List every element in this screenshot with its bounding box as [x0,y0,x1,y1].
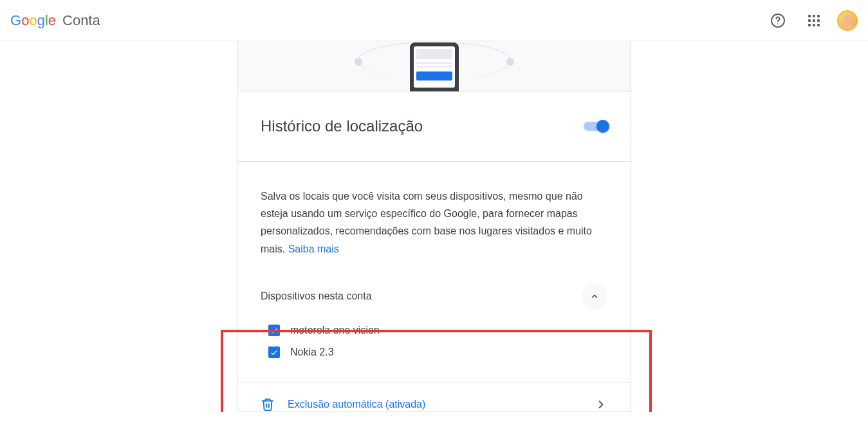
chevron-right-icon [595,398,607,411]
help-icon[interactable] [765,8,791,33]
auto-delete-icon [261,397,275,412]
auto-delete-left: Exclusão automática (ativada) [261,397,425,412]
header-right [765,8,858,33]
header-bar: G o o g l e Conta [0,0,868,41]
device-label: motorola one vision [290,325,380,336]
avatar[interactable] [837,10,858,31]
device-checkbox[interactable] [268,346,280,358]
header-left: G o o g l e Conta [10,12,100,29]
auto-delete-label: Exclusão automática (ativada) [288,399,425,410]
phone-icon [410,43,459,91]
learn-more-link[interactable]: Saiba mais [288,243,339,254]
logo-letter: G [10,12,21,29]
apps-icon[interactable] [801,8,827,33]
devices-section: Dispositivos nesta conta motorola one vi… [237,273,631,383]
google-logo[interactable]: G o o g l e [10,12,56,29]
device-checkbox[interactable] [268,325,280,336]
devices-header-row: Dispositivos nesta conta [261,273,607,319]
logo-letter: o [29,12,37,29]
chevron-up-icon [590,292,599,301]
account-label: Conta [62,12,100,29]
devices-title: Dispositivos nesta conta [261,290,372,302]
content: Histórico de localização Salva os locais… [0,41,868,412]
location-history-title: Histórico de localização [261,117,423,135]
auto-delete-row[interactable]: Exclusão automática (ativada) [237,383,631,412]
logo-letter: e [48,12,56,29]
collapse-button[interactable] [582,283,607,309]
svg-point-1 [777,23,779,24]
hero-illustration [237,41,631,91]
device-label: Nokia 2.3 [290,346,334,358]
location-history-row: Histórico de localização [237,91,631,162]
svg-point-2 [844,15,851,22]
device-row: Nokia 2.3 [261,341,607,363]
description-text: Salva os locais que você visita com seus… [237,162,631,273]
device-row: motorola one vision [261,319,607,341]
svg-point-3 [841,23,854,30]
logo-letter: o [21,12,29,29]
logo-letter: g [37,12,45,29]
location-history-toggle[interactable] [584,122,607,131]
settings-card: Histórico de localização Salva os locais… [237,41,631,412]
